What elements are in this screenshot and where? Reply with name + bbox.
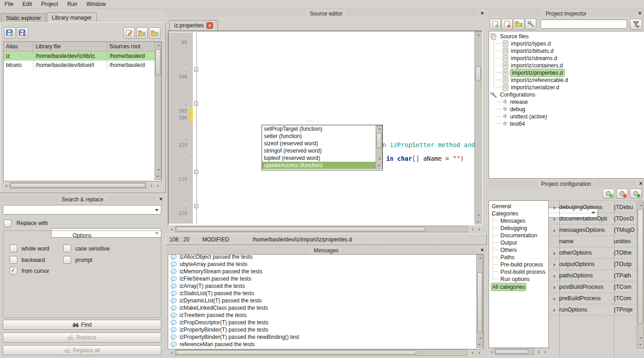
fold-marker[interactable] [193, 169, 201, 176]
option-row[interactable]: › otherOptions (TOthe [549, 247, 637, 259]
category-all[interactable]: All categories [491, 283, 548, 291]
option-backward[interactable]: backward [10, 256, 45, 264]
scroll-up-arrow[interactable]: › [475, 212, 481, 218]
fold-marker[interactable] [193, 60, 201, 66]
close-icon[interactable]: × [637, 10, 643, 17]
replace-all-button[interactable]: Replace all [3, 345, 161, 355]
category-item[interactable]: Debugging [491, 225, 548, 232]
message-row[interactable]: izArray(T) passed the tests [168, 282, 476, 290]
edit-library-button[interactable] [124, 27, 135, 39]
tree-item-source-file[interactable]: import/iz/types.d [490, 40, 643, 47]
tab-close-icon[interactable]: × [206, 22, 213, 29]
editor-vscrollbar[interactable]: › › › [474, 31, 482, 225]
filter-button[interactable] [630, 19, 642, 30]
option-row[interactable]: › name unittes [549, 236, 637, 247]
scroll-up-arrow[interactable]: › [477, 255, 483, 261]
fold-marker[interactable] [193, 94, 201, 101]
messages-hscrollbar[interactable]: ‹ ‹ › [168, 349, 483, 356]
code-line[interactable]: . { [169, 101, 474, 107]
category-item[interactable]: Output [491, 239, 548, 246]
messages-vscrollbar[interactable]: › › › [476, 255, 483, 348]
whole-word-checkbox[interactable] [10, 245, 17, 252]
category-item[interactable]: Post-build process [491, 268, 548, 276]
scroll-right-arrow[interactable]: › [476, 349, 482, 356]
scroll-up-arrow[interactable]: › [376, 156, 382, 162]
fold-marker[interactable] [193, 101, 201, 107]
option-row[interactable]: › pathsOptions (TPath [549, 270, 637, 281]
completion-item[interactable]: updateAccess (function) [262, 162, 376, 169]
code-line[interactable]: . } [169, 189, 474, 196]
message-row[interactable]: izMemoryStream passed the tests [168, 268, 476, 275]
tree-item-source-file[interactable]: import/iz/serializer.d [490, 84, 643, 91]
option-row[interactable]: › preBuildProcess (TCom [549, 293, 637, 304]
fold-marker[interactable] [193, 196, 201, 203]
code-line[interactable]: 120 define(aSetter, aSourceData, aName); [169, 210, 474, 217]
tree-item-source-file[interactable]: import/iz/streams.d [490, 55, 643, 62]
remove-library-button[interactable] [17, 27, 28, 39]
remove-configuration-button[interactable]: ⚙ − [616, 189, 628, 199]
fold-marker[interactable] [193, 46, 201, 53]
option-row[interactable]: › debugingOptions (TDebu [549, 202, 637, 213]
fold-marker[interactable] [193, 217, 201, 224]
menu-item[interactable]: Edit [18, 1, 36, 7]
option-prompt[interactable]: prompt [63, 256, 93, 264]
scroll-right-arrow[interactable]: › [542, 348, 548, 355]
fold-marker[interactable] [193, 210, 201, 217]
tree-root-configurations[interactable]: Configurations [490, 91, 643, 98]
option-whole-word[interactable]: whole word [10, 245, 49, 252]
tree-item-configuration[interactable]: ⚙ test64 [490, 120, 643, 128]
search-input-field[interactable] [4, 206, 153, 214]
code-line[interactable]: . } [169, 87, 474, 94]
fold-marker[interactable] [193, 80, 201, 87]
code-line[interactable]: . { [169, 203, 474, 210]
message-row[interactable]: referenceMan passed the tests [168, 341, 476, 348]
project-settings-button[interactable] [525, 19, 536, 30]
close-icon[interactable]: × [638, 180, 644, 188]
menu-item[interactable]: File [0, 1, 18, 7]
scroll-down-arrow[interactable]: › [376, 162, 382, 169]
from-cursor-checkbox[interactable] [10, 267, 17, 275]
fold-marker[interactable] [193, 162, 201, 169]
expand-arrow-icon[interactable]: › [549, 204, 559, 211]
expand-arrow-icon[interactable]: › [549, 295, 559, 302]
library-vscrollbar[interactable]: › › › [155, 42, 161, 180]
column-header-library-file[interactable]: Library file [33, 42, 107, 51]
fold-marker[interactable] [193, 39, 201, 46]
fold-marker[interactable] [193, 121, 201, 128]
message-row[interactable]: izPropertyBinder(T) passed the newBindin… [168, 333, 476, 341]
tree-item-source-file[interactable]: import/iz/containers.d [490, 62, 643, 69]
open-library-folder-button[interactable] [136, 27, 148, 39]
code-line[interactable]: 100 assert(aSetter); [169, 73, 474, 80]
scrollbar-thumb[interactable] [475, 66, 481, 81]
option-case-sensitive[interactable]: case sensitive [63, 245, 110, 252]
inspector-filter-input[interactable] [541, 20, 627, 29]
expand-arrow-icon[interactable]: › [549, 250, 559, 256]
category-item[interactable]: Pre-build process [491, 261, 548, 268]
category-item[interactable]: Others [491, 246, 548, 254]
expand-arrow-icon[interactable]: › [549, 284, 559, 291]
close-icon[interactable]: × [158, 196, 164, 203]
scroll-left-arrow[interactable]: ‹ [3, 182, 10, 189]
scroll-left-arrow[interactable]: ‹ [169, 226, 175, 232]
message-row[interactable]: izPropDescriptor(T) passed the tests [168, 319, 476, 326]
option-row[interactable]: › postBuildProcess (TCom [549, 281, 637, 293]
scrollbar-thumb[interactable] [638, 209, 643, 324]
code-line[interactable]: . body [169, 196, 474, 203]
library-hscrollbar[interactable]: ‹ ‹ › [3, 182, 161, 189]
tree-item-configuration[interactable]: ⚙ unittest (active) [490, 113, 643, 120]
scroll-up-arrow[interactable]: › [376, 126, 382, 132]
scrollbar-thumb[interactable] [376, 133, 381, 148]
scroll-down-arrow[interactable]: › [477, 341, 483, 348]
option-from-cursor[interactable]: from cursor [10, 267, 49, 275]
tree-item-configuration[interactable]: ⚙ debug [490, 106, 643, 113]
message-row[interactable]: izPropertyBinder(T) passed the tests [168, 326, 476, 333]
fold-marker[interactable] [193, 189, 201, 196]
code-line[interactable]: . in [169, 60, 474, 66]
message-row[interactable]: izDynamicList(T) passed the tests [168, 297, 476, 304]
code-line[interactable]: 106 this.up [169, 114, 474, 121]
scroll-up-arrow[interactable]: › [638, 335, 644, 341]
editor-hscrollbar[interactable]: ‹ ‹ › [168, 225, 483, 233]
scroll-left-arrow[interactable]: ‹ [469, 349, 476, 356]
option-row[interactable]: › runOptions (TProje [549, 304, 637, 316]
scrollbar-thumb[interactable] [477, 272, 482, 332]
